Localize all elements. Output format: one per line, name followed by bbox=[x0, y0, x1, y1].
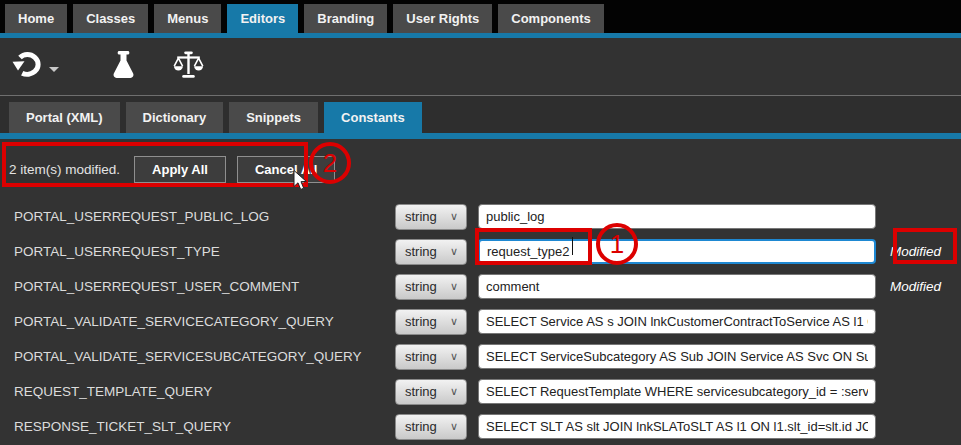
constant-name: PORTAL_VALIDATE_SERVICECATEGORY_QUERY bbox=[0, 314, 395, 329]
chevron-down-icon: ∨ bbox=[450, 385, 458, 398]
constant-row: PORTAL_VALIDATE_SERVICESUBCATEGORY_QUERY… bbox=[0, 339, 961, 374]
tab-portal-xml[interactable]: Portal (XML) bbox=[9, 102, 120, 133]
chevron-down-icon: ∨ bbox=[450, 245, 458, 258]
tab-classes[interactable]: Classes bbox=[73, 4, 148, 33]
type-select-value: string bbox=[405, 279, 437, 294]
scales-icon bbox=[172, 50, 205, 84]
modified-status-text: 2 item(s) modified. bbox=[9, 162, 120, 177]
constant-value-input[interactable] bbox=[478, 379, 876, 404]
flask-icon bbox=[111, 50, 136, 83]
type-select-value: string bbox=[405, 209, 437, 224]
test-flask-button[interactable] bbox=[111, 50, 136, 83]
compare-scales-button[interactable] bbox=[172, 50, 205, 84]
modified-badge: Modified bbox=[890, 279, 941, 294]
tab-user-rights[interactable]: User Rights bbox=[393, 4, 492, 33]
constant-row: PORTAL_USERREQUEST_TYPE string ∨ Modifie… bbox=[0, 234, 961, 269]
constant-value-input-focused[interactable] bbox=[478, 239, 876, 264]
constant-name: PORTAL_USERREQUEST_TYPE bbox=[0, 244, 395, 259]
type-select-value: string bbox=[405, 419, 437, 434]
tab-components[interactable]: Components bbox=[498, 4, 603, 33]
tab-menus[interactable]: Menus bbox=[154, 4, 221, 33]
constant-name: PORTAL_USERREQUEST_USER_COMMENT bbox=[0, 279, 395, 294]
constant-value-input[interactable] bbox=[478, 344, 876, 369]
type-select[interactable]: string ∨ bbox=[395, 309, 467, 335]
constants-list: PORTAL_USERREQUEST_PUBLIC_LOG string ∨ P… bbox=[0, 199, 961, 444]
undo-dropdown-caret-icon[interactable] bbox=[49, 67, 59, 72]
undo-button[interactable] bbox=[12, 51, 59, 82]
constant-row: REQUEST_TEMPLATE_QUERY string ∨ bbox=[0, 374, 961, 409]
chevron-down-icon: ∨ bbox=[450, 280, 458, 293]
undo-icon bbox=[12, 51, 42, 82]
chevron-down-icon: ∨ bbox=[450, 315, 458, 328]
constant-row: PORTAL_USERREQUEST_USER_COMMENT string ∨… bbox=[0, 269, 961, 304]
cancel-all-button[interactable]: Cancel All bbox=[237, 156, 335, 183]
text-cursor bbox=[572, 237, 573, 255]
tab-constants[interactable]: Constants bbox=[324, 102, 422, 133]
chevron-down-icon: ∨ bbox=[450, 420, 458, 433]
constant-row: PORTAL_USERREQUEST_PUBLIC_LOG string ∨ bbox=[0, 199, 961, 234]
type-select[interactable]: string ∨ bbox=[395, 344, 467, 370]
tab-dictionary[interactable]: Dictionary bbox=[126, 102, 224, 133]
main-tab-bar: Home Classes Menus Editors Branding User… bbox=[0, 0, 961, 33]
editor-sub-tab-bar: Portal (XML) Dictionary Snippets Constan… bbox=[0, 96, 961, 133]
type-select[interactable]: string ∨ bbox=[395, 274, 467, 300]
constant-name: REQUEST_TEMPLATE_QUERY bbox=[0, 384, 395, 399]
constants-panel: 2 item(s) modified. Apply All Cancel All… bbox=[0, 139, 961, 445]
modified-badge: Modified bbox=[890, 244, 941, 259]
constant-name: RESPONSE_TICKET_SLT_QUERY bbox=[0, 419, 395, 434]
constant-row: PORTAL_VALIDATE_SERVICECATEGORY_QUERY st… bbox=[0, 304, 961, 339]
tab-branding[interactable]: Branding bbox=[304, 4, 387, 33]
type-select[interactable]: string ∨ bbox=[395, 414, 467, 440]
tab-editors[interactable]: Editors bbox=[227, 4, 298, 33]
constant-value-input[interactable] bbox=[478, 274, 876, 299]
type-select-value: string bbox=[405, 314, 437, 329]
type-select-value: string bbox=[405, 384, 437, 399]
constant-row: RESPONSE_TICKET_SLT_QUERY string ∨ bbox=[0, 409, 961, 444]
modified-action-bar: 2 item(s) modified. Apply All Cancel All bbox=[0, 139, 961, 185]
tab-home[interactable]: Home bbox=[5, 4, 67, 33]
chevron-down-icon: ∨ bbox=[450, 210, 458, 223]
constant-value-input[interactable] bbox=[478, 414, 876, 439]
tab-snippets[interactable]: Snippets bbox=[229, 102, 318, 133]
constant-value-input[interactable] bbox=[478, 309, 876, 334]
mouse-cursor bbox=[293, 170, 309, 196]
editors-constants-page: Home Classes Menus Editors Branding User… bbox=[0, 0, 961, 445]
chevron-down-icon: ∨ bbox=[450, 350, 458, 363]
type-select[interactable]: string ∨ bbox=[395, 379, 467, 405]
editor-toolbar bbox=[0, 38, 961, 95]
type-select-value: string bbox=[405, 349, 437, 364]
type-select[interactable]: string ∨ bbox=[395, 204, 467, 230]
constant-name: PORTAL_VALIDATE_SERVICESUBCATEGORY_QUERY bbox=[0, 349, 395, 364]
apply-all-button[interactable]: Apply All bbox=[134, 156, 226, 183]
type-select[interactable]: string ∨ bbox=[395, 239, 467, 265]
type-select-value: string bbox=[405, 244, 437, 259]
constant-value-input[interactable] bbox=[478, 204, 876, 229]
constant-name: PORTAL_USERREQUEST_PUBLIC_LOG bbox=[0, 209, 395, 224]
